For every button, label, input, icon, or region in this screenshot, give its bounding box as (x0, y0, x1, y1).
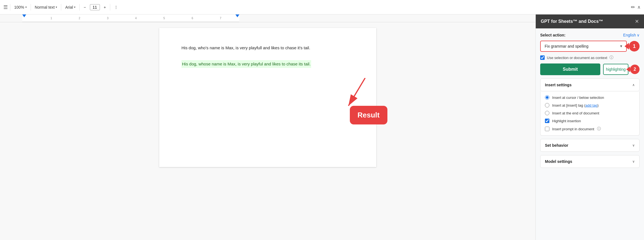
insert-option-1: Insert at cursor / below selection (545, 95, 635, 100)
toolbar: ☰ 100% ▾ Normal text ▾ Arial ▾ − 11 + ⋮ … (0, 0, 644, 14)
document-area: 1 2 3 4 5 6 7 His dog, who's name is Max… (0, 14, 535, 240)
context-label: Use selection or document as context (547, 56, 607, 60)
right-panel: GPT for Sheets™ and Docs™ ✕ Select actio… (535, 14, 644, 240)
divider-4 (79, 4, 80, 11)
doc-page: His dog, who's name is Max, is very play… (159, 28, 376, 167)
close-button[interactable]: ✕ (635, 18, 639, 25)
result-arrow (343, 78, 387, 111)
model-settings-chevron: ∨ (632, 160, 635, 163)
language-chevron: ∨ (637, 33, 640, 37)
style-chevron: ▾ (56, 6, 57, 9)
ruler: 1 2 3 4 5 6 7 (0, 14, 535, 22)
select-action-label: Select action: (540, 33, 566, 37)
language-value: English (623, 33, 636, 37)
insert-prompt-label: Insert prompt in document (552, 127, 594, 131)
ruler-inner: 1 2 3 4 5 6 7 (22, 14, 239, 22)
buttons-row: Submit highlighting 2 (540, 63, 640, 75)
font-size-increase[interactable]: + (102, 4, 108, 11)
font-value: Arial (65, 5, 73, 9)
model-settings-section[interactable]: Model settings ∨ (540, 155, 640, 168)
insert-settings-title: Insert settings (545, 83, 572, 87)
select-action-row: Select action: English ∨ (540, 33, 640, 37)
action-row: Fix grammar and spelling Translate Summa… (540, 41, 640, 52)
panel-header: GPT for Sheets™ and Docs™ ✕ (536, 14, 644, 28)
ruler-mark-7: 7 (220, 17, 222, 20)
highlighting-wrapper: highlighting 2 (603, 64, 640, 75)
highlighting-button[interactable]: highlighting (603, 64, 628, 75)
context-row: Use selection or document as context ⓘ (540, 55, 640, 60)
badge-2: 2 (630, 65, 640, 74)
set-behavior-chevron: ∨ (632, 143, 635, 147)
radio-end-label: Insert at the end of document (552, 111, 599, 115)
right-margin-marker[interactable] (235, 14, 239, 17)
text-style-value: Normal text (35, 5, 55, 9)
zoom-value: 100% (14, 5, 24, 9)
context-checkbox[interactable] (540, 55, 545, 60)
text-style-selector[interactable]: Normal text ▾ (33, 4, 59, 11)
highlight-insertion-checkbox[interactable] (545, 119, 549, 123)
corrected-text: His dog, whose name is Max, is very play… (181, 60, 311, 68)
insert-option-2: Insert at [insert] tag (add tag) (545, 103, 635, 107)
highlighting-label: highlighting (606, 67, 626, 72)
zoom-selector[interactable]: 100% ▾ (13, 4, 28, 11)
badge-1: 1 (629, 41, 640, 52)
set-behavior-section[interactable]: Set behavior ∨ (540, 139, 640, 152)
original-text: His dog, who's name is Max, is very play… (181, 45, 354, 51)
zoom-chevron: ▾ (25, 6, 27, 9)
highlight-insertion-label: Highlight insertion (552, 119, 581, 123)
font-chevron: ▾ (74, 6, 75, 9)
ruler-mark-6: 6 (191, 17, 193, 20)
action-select-wrapper: Fix grammar and spelling Translate Summa… (540, 41, 627, 52)
info-icon[interactable]: ⓘ (609, 55, 613, 60)
divider-5 (110, 4, 110, 11)
font-selector[interactable]: Arial ▾ (63, 4, 77, 11)
highlight-insertion-row: Highlight insertion (545, 119, 635, 123)
divider-1 (10, 4, 10, 11)
toolbar-right: ✏ ∧ (631, 4, 641, 10)
ruler-mark-3: 3 (107, 17, 109, 20)
panel-title: GPT for Sheets™ and Docs™ (541, 19, 603, 24)
radio-end[interactable] (545, 111, 549, 115)
svg-line-1 (348, 78, 365, 106)
more-options-button[interactable]: ⋮ (112, 4, 120, 11)
doc-scroll: His dog, who's name is Max, is very play… (0, 22, 535, 173)
insert-settings-section: Insert settings ∧ Insert at cursor / bel… (540, 79, 640, 136)
panel-body: Select action: English ∨ Fix grammar and… (536, 28, 644, 172)
divider-2 (31, 4, 31, 11)
insert-settings-body: Insert at cursor / below selection Inser… (540, 91, 640, 136)
set-behavior-title: Set behavior (545, 143, 568, 148)
submit-button[interactable]: Submit (540, 63, 600, 75)
radio-tag-label: Insert at [insert] tag (add tag) (552, 103, 599, 107)
add-tag-link[interactable]: add tag (585, 103, 597, 107)
language-selector[interactable]: English ∨ (623, 33, 640, 37)
insert-settings-header[interactable]: Insert settings ∧ (540, 79, 640, 91)
font-size-input[interactable]: 11 (90, 4, 100, 10)
radio-tag[interactable] (545, 103, 549, 107)
insert-prompt-row: Insert prompt in document ⓘ (545, 126, 635, 131)
divider-3 (61, 4, 61, 11)
left-margin-marker[interactable] (22, 14, 26, 17)
edit-icon[interactable]: ✏ (631, 4, 635, 10)
insert-settings-chevron: ∧ (632, 83, 635, 87)
action-select[interactable]: Fix grammar and spelling Translate Summa… (541, 41, 626, 51)
ruler-mark-1: 1 (50, 17, 52, 20)
collapse-icon[interactable]: ∧ (637, 4, 641, 10)
model-settings-title: Model settings (545, 159, 572, 164)
sidebar-icon[interactable]: ☰ (3, 4, 8, 10)
main-area: 1 2 3 4 5 6 7 His dog, who's name is Max… (0, 14, 644, 240)
more-icon: ⋮ (114, 5, 118, 9)
insert-option-3: Insert at the end of document (545, 111, 635, 115)
radio-cursor[interactable] (545, 95, 549, 100)
font-size-decrease[interactable]: − (82, 4, 87, 11)
ruler-mark-4: 4 (135, 17, 137, 20)
ruler-mark-2: 2 (79, 17, 80, 20)
radio-cursor-label: Insert at cursor / below selection (552, 95, 604, 100)
ruler-mark-5: 5 (163, 17, 165, 20)
insert-prompt-info-icon[interactable]: ⓘ (597, 126, 601, 131)
insert-prompt-checkbox[interactable] (545, 127, 549, 131)
